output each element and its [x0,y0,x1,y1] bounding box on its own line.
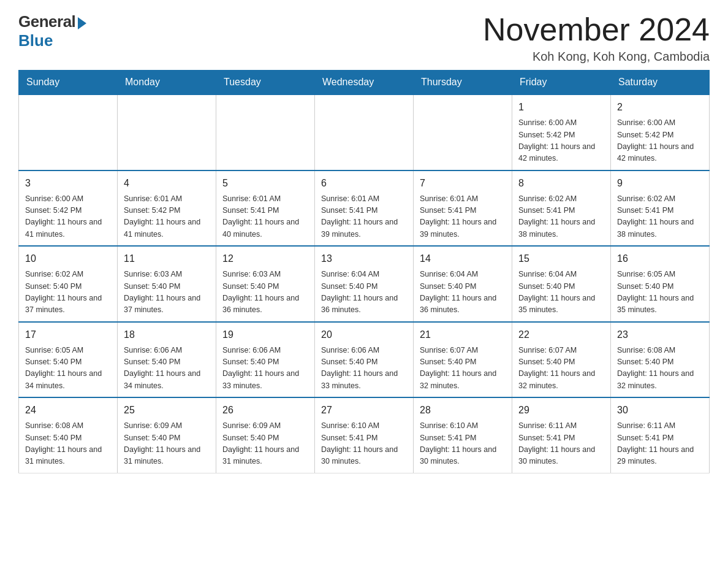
day-cell: 9Sunrise: 6:02 AM Sunset: 5:41 PM Daylig… [611,170,710,247]
day-number: 28 [420,403,506,418]
day-info: Sunrise: 6:06 AM Sunset: 5:40 PM Dayligh… [321,345,407,393]
day-number: 13 [321,251,407,266]
day-info: Sunrise: 6:08 AM Sunset: 5:40 PM Dayligh… [25,420,111,468]
day-number: 27 [321,403,407,418]
day-info: Sunrise: 6:04 AM Sunset: 5:40 PM Dayligh… [420,269,506,316]
day-cell: 28Sunrise: 6:10 AM Sunset: 5:41 PM Dayli… [414,397,512,473]
logo-arrow-icon [78,17,86,29]
day-info: Sunrise: 6:05 AM Sunset: 5:40 PM Dayligh… [617,269,703,316]
day-cell: 20Sunrise: 6:06 AM Sunset: 5:40 PM Dayli… [315,322,414,398]
day-number: 12 [222,251,308,266]
day-cell: 15Sunrise: 6:04 AM Sunset: 5:40 PM Dayli… [512,246,611,322]
day-cell: 27Sunrise: 6:10 AM Sunset: 5:41 PM Dayli… [315,397,414,473]
day-cell: 30Sunrise: 6:11 AM Sunset: 5:41 PM Dayli… [611,397,710,473]
day-cell: 17Sunrise: 6:05 AM Sunset: 5:40 PM Dayli… [19,322,118,398]
day-number: 24 [25,403,111,418]
day-number: 30 [617,403,703,418]
day-cell: 11Sunrise: 6:03 AM Sunset: 5:40 PM Dayli… [118,246,216,322]
day-info: Sunrise: 6:01 AM Sunset: 5:41 PM Dayligh… [222,193,308,241]
day-info: Sunrise: 6:00 AM Sunset: 5:42 PM Dayligh… [518,117,604,165]
day-info: Sunrise: 6:02 AM Sunset: 5:40 PM Dayligh… [25,269,111,316]
day-cell: 23Sunrise: 6:08 AM Sunset: 5:40 PM Dayli… [611,322,710,398]
week-row-1: 1Sunrise: 6:00 AM Sunset: 5:42 PM Daylig… [19,94,710,170]
day-number: 10 [25,251,111,266]
day-number: 25 [124,403,210,418]
day-info: Sunrise: 6:07 AM Sunset: 5:40 PM Dayligh… [518,345,604,393]
day-info: Sunrise: 6:09 AM Sunset: 5:40 PM Dayligh… [222,420,308,468]
day-cell: 13Sunrise: 6:04 AM Sunset: 5:40 PM Dayli… [315,246,414,322]
day-info: Sunrise: 6:00 AM Sunset: 5:42 PM Dayligh… [617,117,703,165]
day-cell: 29Sunrise: 6:11 AM Sunset: 5:41 PM Dayli… [512,397,611,473]
day-info: Sunrise: 6:11 AM Sunset: 5:41 PM Dayligh… [518,420,604,468]
day-number: 17 [25,327,111,342]
day-info: Sunrise: 6:05 AM Sunset: 5:40 PM Dayligh… [25,345,111,393]
day-number: 20 [321,327,407,342]
logo-blue-text: Blue [18,31,53,50]
day-cell: 1Sunrise: 6:00 AM Sunset: 5:42 PM Daylig… [512,94,611,170]
day-info: Sunrise: 6:11 AM Sunset: 5:41 PM Dayligh… [617,420,703,468]
day-cell: 5Sunrise: 6:01 AM Sunset: 5:41 PM Daylig… [216,170,315,247]
day-number: 14 [420,251,506,266]
day-info: Sunrise: 6:10 AM Sunset: 5:41 PM Dayligh… [321,420,407,468]
day-cell: 18Sunrise: 6:06 AM Sunset: 5:40 PM Dayli… [118,322,216,398]
day-cell: 12Sunrise: 6:03 AM Sunset: 5:40 PM Dayli… [216,246,315,322]
day-info: Sunrise: 6:01 AM Sunset: 5:41 PM Dayligh… [420,193,506,241]
calendar-title: November 2024 [483,12,710,47]
day-info: Sunrise: 6:06 AM Sunset: 5:40 PM Dayligh… [222,345,308,393]
day-number: 7 [420,176,506,191]
header-monday: Monday [118,71,216,95]
day-cell: 22Sunrise: 6:07 AM Sunset: 5:40 PM Dayli… [512,322,611,398]
day-cell: 2Sunrise: 6:00 AM Sunset: 5:42 PM Daylig… [611,94,710,170]
day-info: Sunrise: 6:04 AM Sunset: 5:40 PM Dayligh… [321,269,407,316]
day-number: 19 [222,327,308,342]
logo-general-text: General [18,12,75,31]
day-number: 6 [321,176,407,191]
day-info: Sunrise: 6:01 AM Sunset: 5:41 PM Dayligh… [321,193,407,241]
day-info: Sunrise: 6:09 AM Sunset: 5:40 PM Dayligh… [124,420,210,468]
day-info: Sunrise: 6:08 AM Sunset: 5:40 PM Dayligh… [617,345,703,393]
calendar-header-row: SundayMondayTuesdayWednesdayThursdayFrid… [19,71,710,95]
header-friday: Friday [512,71,611,95]
day-number: 5 [222,176,308,191]
day-cell: 16Sunrise: 6:05 AM Sunset: 5:40 PM Dayli… [611,246,710,322]
day-info: Sunrise: 6:06 AM Sunset: 5:40 PM Dayligh… [124,345,210,393]
day-cell: 14Sunrise: 6:04 AM Sunset: 5:40 PM Dayli… [414,246,512,322]
day-cell: 4Sunrise: 6:01 AM Sunset: 5:42 PM Daylig… [118,170,216,247]
day-number: 8 [518,176,604,191]
day-info: Sunrise: 6:00 AM Sunset: 5:42 PM Dayligh… [25,193,111,241]
day-cell [118,94,216,170]
week-row-4: 17Sunrise: 6:05 AM Sunset: 5:40 PM Dayli… [19,322,710,398]
week-row-2: 3Sunrise: 6:00 AM Sunset: 5:42 PM Daylig… [19,170,710,247]
day-number: 29 [518,403,604,418]
day-info: Sunrise: 6:02 AM Sunset: 5:41 PM Dayligh… [617,193,703,241]
week-row-5: 24Sunrise: 6:08 AM Sunset: 5:40 PM Dayli… [19,397,710,473]
day-cell: 26Sunrise: 6:09 AM Sunset: 5:40 PM Dayli… [216,397,315,473]
day-number: 4 [124,176,210,191]
header-sunday: Sunday [19,71,118,95]
day-cell: 8Sunrise: 6:02 AM Sunset: 5:41 PM Daylig… [512,170,611,247]
header-saturday: Saturday [611,71,710,95]
day-cell: 21Sunrise: 6:07 AM Sunset: 5:40 PM Dayli… [414,322,512,398]
day-info: Sunrise: 6:10 AM Sunset: 5:41 PM Dayligh… [420,420,506,468]
day-info: Sunrise: 6:03 AM Sunset: 5:40 PM Dayligh… [124,269,210,316]
day-number: 26 [222,403,308,418]
day-info: Sunrise: 6:07 AM Sunset: 5:40 PM Dayligh… [420,345,506,393]
day-cell: 6Sunrise: 6:01 AM Sunset: 5:41 PM Daylig… [315,170,414,247]
calendar-table: SundayMondayTuesdayWednesdayThursdayFrid… [18,70,710,473]
day-info: Sunrise: 6:04 AM Sunset: 5:40 PM Dayligh… [518,269,604,316]
title-area: November 2024 Koh Kong, Koh Kong, Cambod… [483,12,710,64]
day-number: 21 [420,327,506,342]
day-cell [19,94,118,170]
day-cell [414,94,512,170]
day-number: 9 [617,176,703,191]
header-tuesday: Tuesday [216,71,315,95]
header-thursday: Thursday [414,71,512,95]
week-row-3: 10Sunrise: 6:02 AM Sunset: 5:40 PM Dayli… [19,246,710,322]
day-cell [315,94,414,170]
day-cell [216,94,315,170]
day-number: 23 [617,327,703,342]
logo: General Blue [18,12,86,50]
day-number: 2 [617,100,703,115]
day-info: Sunrise: 6:02 AM Sunset: 5:41 PM Dayligh… [518,193,604,241]
calendar-subtitle: Koh Kong, Koh Kong, Cambodia [483,50,710,64]
